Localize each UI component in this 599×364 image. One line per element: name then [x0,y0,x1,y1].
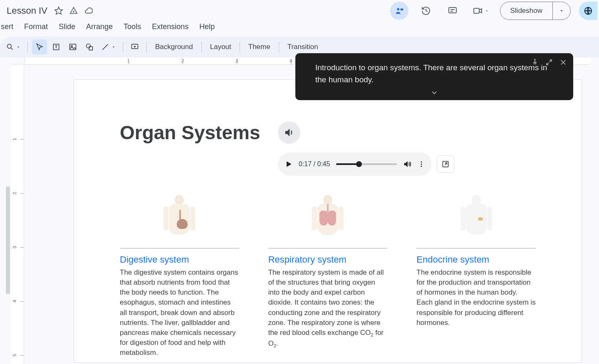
pin-icon[interactable] [531,58,539,66]
scrollbar-thumb[interactable] [6,186,10,294]
cloud-icon[interactable] [84,6,93,15]
audio-seek[interactable] [336,163,397,165]
more-icon[interactable] [418,160,425,168]
column-body: The respiratory system is made of all of… [268,268,388,349]
toolbar-background[interactable]: Background [151,43,197,51]
svg-rect-5 [400,9,403,11]
toolbar-separator [240,42,240,52]
menu-extensions[interactable]: Extensions [151,21,189,33]
column-respiratory[interactable]: Respiratory system The respiratory syste… [268,195,388,358]
svg-point-19 [87,44,91,48]
select-tool[interactable] [32,39,47,54]
slide[interactable]: Organ Systems 0:17 / 0:45 [74,80,582,362]
column-heading: Endocrine system [416,254,536,265]
image-tool[interactable] [65,39,80,54]
toolbar-layout[interactable]: Layout [206,43,235,51]
svg-line-25 [549,60,552,62]
document-title[interactable]: Lesson IV [4,5,50,17]
svg-point-31 [421,164,422,165]
svg-line-21 [102,44,108,49]
svg-line-26 [547,63,549,65]
audio-chip-icon[interactable] [278,121,300,144]
toolbar-separator [123,42,123,52]
ruler-mark: 2 [12,192,17,194]
svg-point-12 [7,44,11,48]
menu-arrange[interactable]: Arrange [85,21,114,33]
ruler-mark: 5 [12,354,17,357]
svg-rect-6 [449,7,456,13]
menu-format[interactable]: Format [23,21,49,33]
menu-slide[interactable]: Slide [58,21,76,33]
header-right-cluster: Slideshow [390,2,595,20]
svg-point-30 [421,161,422,162]
toolbar-separator [27,42,28,52]
slide-title[interactable]: Organ Systems [120,121,536,144]
svg-marker-0 [55,7,62,14]
canvas-area[interactable]: Organ Systems 0:17 / 0:45 [24,65,599,364]
menu-bar: sert Format Slide Arrange Tools Extensio… [0,18,599,37]
move-icon[interactable] [69,6,78,15]
ruler-mark: 4 [12,300,17,303]
toolbar-separator [146,42,147,52]
title-bar: Lesson IV Slideshow [0,0,599,18]
svg-marker-29 [287,161,292,167]
svg-rect-20 [89,47,92,50]
svg-rect-17 [70,44,76,49]
ruler-mark: 1 [12,138,17,140]
toolbar-theme[interactable]: Theme [244,43,275,51]
volume-icon[interactable] [403,160,412,169]
expand-icon[interactable] [545,58,553,66]
digestive-image [120,195,239,248]
menu-help[interactable]: Help [198,21,215,33]
menu-tools[interactable]: Tools [123,21,142,33]
toolbar-separator [201,42,202,52]
caption-text: Introduction to organ systems. There are… [315,61,553,86]
workspace: 1 2 3 4 1 2 3 4 5 Organ Systems [0,57,599,364]
audio-player: 0:17 / 0:45 [278,152,432,176]
svg-point-32 [421,166,422,167]
toolbar-transition[interactable]: Transition [283,43,322,51]
shape-tool[interactable] [82,39,97,54]
column-body: The digestive system contains organs tha… [120,268,239,358]
textbox-tool[interactable] [49,39,64,54]
comment-add-tool[interactable] [127,39,142,54]
column-digestive[interactable]: Digestive system The digestive system co… [120,195,239,358]
audio-time: 0:17 / 0:45 [299,160,330,168]
chevron-down-icon[interactable] [430,89,438,97]
audio-row: 0:17 / 0:45 [278,152,454,176]
ruler-mark: 3 [12,246,17,248]
presenter-icon[interactable] [390,2,408,20]
slideshow-button[interactable]: Slideshow [500,2,571,20]
caption-overlay: Introduction to organ systems. There are… [295,53,573,100]
vertical-ruler[interactable]: 1 2 3 4 5 [12,64,24,364]
toolbar-separator [279,42,279,52]
line-tool[interactable] [99,39,119,54]
slideshow-dropdown[interactable] [553,2,570,20]
column-body: The endocrine system is responsible for … [416,268,536,328]
columns: Digestive system The digestive system co… [120,195,536,358]
respiratory-image [268,195,388,248]
slideshow-label[interactable]: Slideshow [500,2,553,20]
column-heading: Respiratory system [268,254,388,265]
popout-icon[interactable] [437,155,454,173]
close-icon[interactable] [559,58,567,66]
play-icon[interactable] [285,160,293,168]
share-globe-icon[interactable] [579,2,597,20]
history-icon[interactable] [417,2,435,20]
star-icon[interactable] [54,6,63,15]
meet-icon[interactable] [470,2,492,20]
menu-insert[interactable]: sert [0,21,14,33]
title-icon-group [54,6,93,15]
svg-point-4 [397,8,399,10]
endocrine-image [416,195,536,248]
svg-marker-1 [70,7,77,14]
svg-rect-9 [474,8,479,13]
column-endocrine[interactable]: Endocrine system The endocrine system is… [416,195,536,358]
comments-icon[interactable] [443,2,462,20]
svg-marker-10 [479,9,482,13]
svg-line-13 [11,48,13,50]
zoom-tool[interactable] [3,39,23,54]
column-heading: Digestive system [120,254,239,265]
